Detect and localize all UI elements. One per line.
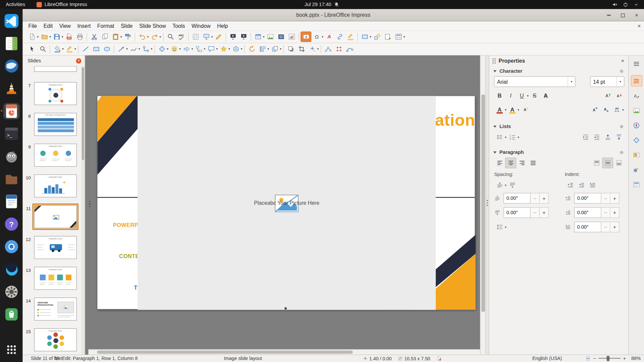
arrange-dropdown-icon[interactable]: ▾ [280, 47, 281, 51]
display-grid-button[interactable] [190, 32, 201, 42]
underline-button[interactable]: U [516, 90, 527, 101]
clone-formatting-button[interactable] [122, 32, 133, 42]
dock-item-thunderbird[interactable] [3, 58, 19, 74]
connectors-button[interactable] [141, 44, 151, 54]
font-size-input[interactable] [591, 78, 616, 84]
edit-points-button[interactable] [323, 44, 334, 54]
collapse-chevron-icon[interactable] [493, 125, 497, 127]
dock-item-terminal[interactable]: >_ [3, 126, 19, 142]
align-left-button[interactable] [494, 158, 505, 168]
menu-slide[interactable]: Slide [117, 22, 136, 30]
maximize-button[interactable] [620, 12, 626, 19]
fit-slide-icon[interactable] [585, 356, 591, 361]
sidebar-tab-gallery[interactable] [631, 105, 642, 116]
line-color-dropdown-icon[interactable]: ▾ [74, 47, 76, 51]
decrease-font-size-button[interactable] [613, 90, 624, 101]
rotate-button[interactable] [247, 44, 257, 54]
slide-thumbnail-13[interactable]: 13Infographic Style [22, 265, 81, 291]
align-justify-button[interactable] [527, 158, 538, 168]
clock-menu[interactable]: Jul 29 17:40 [305, 2, 340, 7]
basic-shapes-dropdown-icon[interactable]: ▾ [167, 47, 168, 51]
panel-drag-grip-icon[interactable] [492, 58, 496, 63]
collapse-chevron-icon[interactable] [493, 70, 497, 72]
dock-item-firefox[interactable] [3, 261, 19, 278]
vertical-scrollbar[interactable] [480, 55, 485, 355]
slides-scrollbar-thumb[interactable] [82, 67, 84, 160]
menu-format[interactable]: Format [94, 22, 117, 30]
paragraph-section-header[interactable]: Paragraph [489, 147, 628, 157]
text-shadow-button[interactable]: A [540, 90, 551, 101]
font-size-dropdown-icon[interactable]: ▾ [616, 77, 624, 86]
symbol-shapes-button[interactable] [169, 44, 179, 54]
new-document-button[interactable] [27, 32, 38, 42]
character-effects-button[interactable] [520, 104, 531, 115]
close-document-icon[interactable]: × [638, 23, 641, 29]
insert-line-button[interactable] [80, 44, 91, 54]
flowchart-shapes-button[interactable] [194, 44, 204, 54]
lines-and-arrows-button[interactable] [116, 44, 126, 54]
dock-item-libreoffice-calc[interactable] [3, 35, 19, 52]
spacing-below-input[interactable] [503, 207, 531, 218]
increase-indent-button[interactable] [565, 180, 576, 190]
window-titlebar[interactable]: book.pptx - LibreOffice Impress × [22, 9, 644, 21]
close-button[interactable]: × [633, 12, 640, 19]
increase-paragraph-spacing-button[interactable] [494, 180, 505, 190]
slide-canvas[interactable]: ation POWERPOCONTENT Placeabc Your Pictu… [88, 55, 480, 355]
special-character-dropdown-icon[interactable]: ▾ [322, 35, 323, 39]
highlight-color-button[interactable]: A [507, 104, 518, 115]
curves-and-polygons-dropdown-icon[interactable]: ▾ [139, 47, 140, 51]
line-spacing-dropdown-icon[interactable]: ▾ [505, 225, 506, 229]
slide-thumbnail-partial[interactable] [22, 66, 81, 73]
slide-layout-dropdown-icon[interactable]: ▾ [404, 35, 405, 39]
vertical-scrollbar-thumb[interactable] [481, 95, 485, 312]
lists-more-options-icon[interactable] [619, 124, 624, 129]
slide-thumbnail-15[interactable]: 15Infographic Style [22, 327, 81, 353]
sidebar-tab-styles[interactable] [631, 90, 642, 101]
slides-scrollbar[interactable] [81, 66, 85, 355]
spelling-button[interactable] [176, 32, 186, 42]
insert-chart-button[interactable] [286, 32, 297, 42]
increase-font-size-button[interactable] [602, 90, 613, 101]
character-more-options-icon[interactable] [619, 68, 624, 74]
start-from-first-slide-button[interactable] [228, 32, 238, 42]
ordered-list-dropdown-icon[interactable]: ▾ [518, 135, 519, 139]
zoom-slider-thumb[interactable] [607, 356, 610, 361]
indent-after-decrease-button[interactable]: − [601, 207, 610, 218]
horizontal-scrollbar[interactable] [88, 349, 480, 355]
align-top-button[interactable] [591, 158, 602, 168]
selection-handle[interactable] [285, 307, 287, 309]
dock-item-vscode[interactable] [3, 13, 19, 29]
dock-item-vlc[interactable] [3, 80, 19, 97]
redo-dropdown-icon[interactable]: ▾ [159, 35, 161, 39]
insert-table-dropdown-icon[interactable]: ▾ [263, 35, 265, 39]
first-line-indent-increase-button[interactable]: + [610, 222, 620, 232]
shadow-button[interactable] [285, 44, 296, 54]
menu-file[interactable]: File [25, 22, 40, 30]
zoom-in-button[interactable]: + [623, 355, 626, 361]
callout-shapes-button[interactable] [206, 44, 217, 54]
slide-thumbnail-12[interactable]: 12Infographic Style [22, 234, 81, 260]
display-views-button[interactable] [201, 32, 212, 42]
slide-layout-status[interactable]: Image slide layout [224, 356, 262, 361]
print-button[interactable] [74, 32, 85, 42]
dock-item-settings[interactable] [3, 284, 19, 300]
align-vertical-center-button[interactable] [602, 158, 613, 168]
align-objects-dropdown-icon[interactable]: ▾ [267, 47, 269, 51]
image-filter-dropdown-icon[interactable]: ▾ [317, 47, 319, 51]
menu-window[interactable]: Window [188, 22, 214, 30]
slide-thumbnail-11[interactable]: 11 [22, 203, 81, 230]
paste-dropdown-icon[interactable]: ▾ [120, 35, 122, 39]
curves-and-polygons-button[interactable] [128, 44, 139, 54]
connectors-dropdown-icon[interactable]: ▾ [151, 47, 152, 51]
menu-edit[interactable]: Edit [40, 22, 56, 30]
decrease-indent-button[interactable] [576, 180, 587, 190]
find-and-replace-button[interactable] [165, 32, 176, 42]
sidebar-splitter[interactable] [485, 55, 489, 355]
language-status[interactable]: English (USA) [532, 356, 562, 361]
line-spacing-button[interactable] [494, 222, 505, 232]
picture-placeholder-box[interactable]: Placeabc Your Picture Here [138, 96, 436, 310]
slide-thumbnail-8[interactable]: 8The Power of PowerPoint [22, 111, 81, 137]
spacing-below-increase-button[interactable]: + [540, 207, 549, 218]
font-color-button[interactable]: A [494, 104, 505, 115]
symbol-shapes-button[interactable] [372, 32, 382, 42]
